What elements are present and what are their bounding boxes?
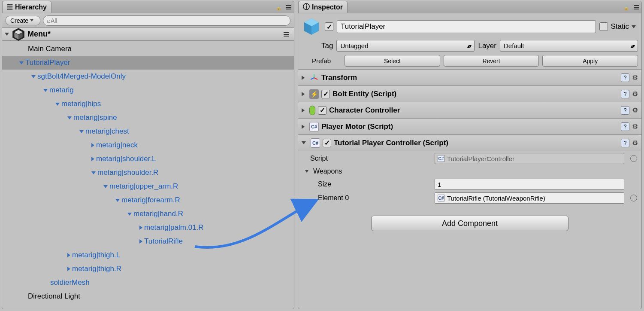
- help-icon[interactable]: ?: [621, 90, 629, 98]
- scene-header[interactable]: Menu*: [2, 28, 294, 41]
- chevron-right-icon: [302, 125, 305, 129]
- updown-icon: ▴▾: [467, 43, 471, 49]
- tree-item-palm01-r[interactable]: metarig|palm.01.R: [2, 221, 294, 235]
- tpc-body: Script C# TutorialPlayerController Weapo…: [298, 151, 641, 208]
- weapons-foldout[interactable]: Weapons: [302, 167, 637, 176]
- chevron-down-icon: [302, 141, 306, 144]
- tag-dropdown[interactable]: Untagged ▴▾: [336, 40, 475, 52]
- tree-item-directional-light[interactable]: Directional Light: [2, 290, 294, 303]
- script-field: C# TutorialPlayerController: [435, 153, 624, 164]
- component-bolt-entity[interactable]: ⚡ Bolt Entity (Script) ?⚙: [298, 86, 641, 102]
- tree-item-upper-arm-r[interactable]: metarig|upper_arm.R: [2, 180, 294, 193]
- lock-icon[interactable]: [623, 4, 629, 11]
- help-icon[interactable]: ?: [621, 73, 629, 82]
- script-icon: C#: [309, 122, 319, 131]
- chevron-down-icon: [43, 89, 48, 92]
- gear-icon[interactable]: ⚙: [632, 90, 638, 98]
- component-transform[interactable]: Transform ?⚙: [298, 70, 641, 86]
- hierarchy-toolbar: Create: [2, 13, 294, 28]
- static-toggle[interactable]: Static: [599, 22, 638, 31]
- panel-menu-icon[interactable]: [286, 5, 291, 9]
- tree-item-hand-r[interactable]: metarig|hand.R: [2, 207, 294, 221]
- static-checkbox[interactable]: [599, 22, 608, 31]
- component-player-motor[interactable]: C# Player Motor (Script) ?⚙: [298, 119, 641, 135]
- create-button[interactable]: Create: [6, 16, 40, 25]
- prefab-select-button[interactable]: Select: [345, 55, 440, 67]
- element0-field[interactable]: C# TutorialRifle (TutorialWeaponRifle): [435, 192, 624, 204]
- updown-icon: ▴▾: [631, 43, 634, 49]
- search-input[interactable]: [51, 17, 287, 24]
- chevron-down-icon: [127, 213, 132, 216]
- help-icon[interactable]: ?: [621, 106, 629, 115]
- info-icon: ⓘ: [303, 3, 310, 12]
- tree-label: TutorialPlayer: [25, 58, 70, 67]
- add-component-button[interactable]: Add Component: [371, 216, 568, 231]
- gear-icon[interactable]: ⚙: [632, 73, 638, 82]
- component-character-controller[interactable]: Character Controller ?⚙: [298, 102, 641, 119]
- tree-item-thigh-l[interactable]: metarig|thigh.L: [2, 248, 294, 262]
- unity-logo-icon: [11, 27, 26, 42]
- tree-item-chest[interactable]: metarig|chest: [2, 125, 294, 138]
- object-picker-icon[interactable]: [630, 195, 637, 201]
- element0-value: TutorialRifle (TutorialWeaponRifle): [447, 195, 545, 202]
- chevron-right-icon: [67, 253, 70, 257]
- tree-item-neck[interactable]: metarig|neck: [2, 138, 294, 152]
- lock-icon[interactable]: [275, 4, 282, 11]
- hierarchy-tab[interactable]: ☰ Hierarchy: [2, 1, 51, 13]
- gear-icon[interactable]: ⚙: [632, 106, 638, 114]
- chevron-down-icon: [67, 116, 72, 119]
- component-tutorial-player-controller[interactable]: C# Tutorial Player Controller (Script) ?…: [298, 135, 641, 151]
- component-enabled-checkbox[interactable]: [323, 139, 331, 147]
- tree-item-thigh-r[interactable]: metarig|thigh.R: [2, 262, 294, 276]
- tree-item-spine[interactable]: metarig|spine: [2, 111, 294, 125]
- gear-icon[interactable]: ⚙: [632, 139, 638, 147]
- tree-item-tutorial-player[interactable]: TutorialPlayer: [2, 56, 294, 70]
- tree-item-hips[interactable]: metarig|hips: [2, 97, 294, 111]
- scene-name: Menu*: [27, 30, 51, 39]
- layer-dropdown[interactable]: Default ▴▾: [500, 40, 638, 52]
- chevron-down-icon: [55, 103, 60, 106]
- tree-item-shoulder-r[interactable]: metarig|shoulder.R: [2, 166, 294, 180]
- hierarchy-tab-label: Hierarchy: [15, 3, 47, 11]
- scene-menu-icon[interactable]: [284, 32, 289, 37]
- script-value: TutorialPlayerController: [447, 155, 514, 162]
- gameobject-name-input[interactable]: [337, 20, 596, 33]
- capsule-icon: [309, 106, 315, 115]
- gear-icon[interactable]: ⚙: [632, 122, 638, 131]
- inspector-tab-row: ⓘ Inspector: [298, 1, 641, 13]
- object-picker-icon[interactable]: [630, 155, 637, 162]
- prefab-revert-button[interactable]: Revert: [444, 55, 539, 67]
- script-property: Script C# TutorialPlayerController: [302, 153, 637, 164]
- tree-item-model[interactable]: sgtBolt4Merged-ModelOnly: [2, 70, 294, 83]
- gameobject-enabled-checkbox[interactable]: [325, 22, 333, 31]
- component-enabled-checkbox[interactable]: [318, 106, 327, 115]
- inspector-header: Static Tag Untagged ▴▾ Layer Default ▴▾ …: [298, 13, 641, 70]
- tree-item-tutorial-rifle[interactable]: TutorialRifle: [2, 235, 294, 248]
- tree-item-metarig[interactable]: metarig: [2, 83, 294, 97]
- inspector-panel: ⓘ Inspector Static: [298, 1, 642, 309]
- tree-label: TutorialRifle: [144, 237, 183, 246]
- prefab-apply-button[interactable]: Apply: [542, 55, 638, 67]
- tag-label: Tag: [321, 42, 333, 50]
- component-enabled-checkbox[interactable]: [321, 90, 330, 98]
- chevron-right-icon: [91, 143, 94, 147]
- tree-label: metarig|hips: [61, 100, 101, 108]
- layer-label: Layer: [478, 42, 496, 50]
- tree-item-shoulder-l[interactable]: metarig|shoulder.L: [2, 152, 294, 166]
- tree-label: metarig|thigh.L: [72, 251, 120, 259]
- size-field[interactable]: 1: [435, 179, 624, 190]
- tree-item-forearm-r[interactable]: metarig|forearm.R: [2, 193, 294, 207]
- element0-property: Element 0 C# TutorialRifle (TutorialWeap…: [302, 192, 637, 204]
- tree-item-soldier-mesh[interactable]: soldierMesh: [2, 276, 294, 290]
- inspector-tab[interactable]: ⓘ Inspector: [298, 1, 348, 13]
- bolt-icon: ⚡: [309, 89, 319, 99]
- help-icon[interactable]: ?: [621, 122, 629, 131]
- chevron-right-icon: [67, 267, 70, 271]
- script-label: Script: [302, 155, 431, 162]
- hierarchy-search[interactable]: [43, 15, 290, 26]
- panel-menu-icon[interactable]: [634, 5, 639, 9]
- help-icon[interactable]: ?: [621, 139, 629, 147]
- tree-item-main-camera[interactable]: Main Camera: [2, 42, 294, 56]
- svg-line-8: [314, 78, 317, 79]
- component-title: Player Motor (Script): [321, 122, 393, 131]
